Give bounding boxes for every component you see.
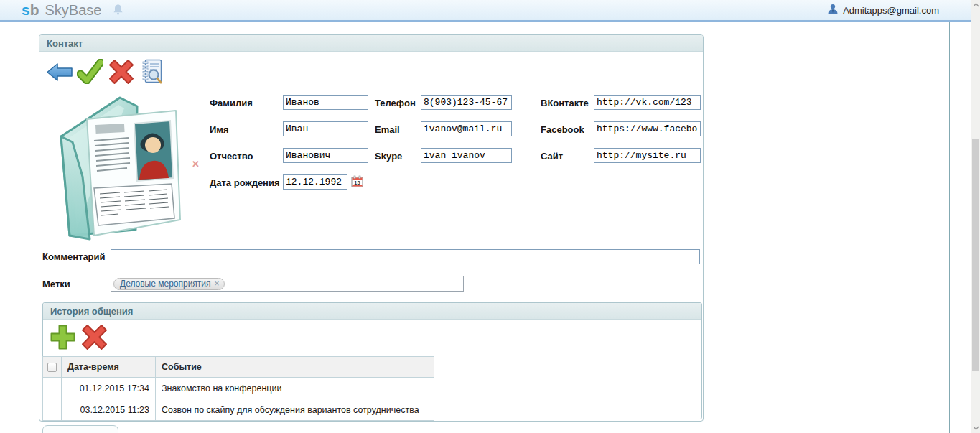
history-panel: История общения Дат <box>42 302 702 419</box>
facebook-label: Facebook <box>541 124 584 135</box>
row-checkbox-cell[interactable] <box>43 378 62 399</box>
site-input[interactable] <box>594 148 701 163</box>
cross-icon <box>108 59 134 85</box>
plus-icon <box>50 324 76 350</box>
user-icon <box>827 4 839 17</box>
patronymic-label: Отчество <box>210 151 253 162</box>
content-frame: Контакт <box>22 22 950 433</box>
back-arrow-icon <box>46 62 73 82</box>
tags-input[interactable]: Деловые мероприятия × <box>111 276 464 292</box>
history-table-header: Дата-время Событие <box>43 357 434 378</box>
skype-label: Skype <box>375 151 402 162</box>
chevron-up-icon <box>973 3 979 7</box>
vk-input[interactable] <box>594 95 701 110</box>
row-event: Созвон по скайпу для обсуждения варианто… <box>156 399 434 421</box>
add-event-button[interactable] <box>50 324 76 353</box>
delete-event-button[interactable] <box>81 324 108 353</box>
bell-icon[interactable] <box>113 4 123 19</box>
facebook-input[interactable] <box>594 121 701 136</box>
history-panel-title: История общения <box>43 303 701 320</box>
comment-input[interactable] <box>111 249 700 264</box>
scroll-down-button[interactable] <box>971 423 980 433</box>
tag-chip-label: Деловые мероприятия <box>120 279 211 289</box>
comment-label: Комментарий <box>42 251 106 262</box>
vk-label: ВКонтакте <box>541 98 589 108</box>
phone-label: Телефон <box>375 98 416 108</box>
firstname-label: Имя <box>210 124 229 135</box>
journal-button[interactable] <box>141 58 163 87</box>
user-email: Admitapps@gmail.com <box>843 5 939 16</box>
select-all-checkbox[interactable] <box>47 363 57 372</box>
back-button[interactable] <box>46 62 73 85</box>
tags-label: Метки <box>42 279 70 289</box>
remove-photo-icon[interactable]: ✕ <box>192 159 200 169</box>
row-datetime: 03.12.2015 11:23 <box>62 399 156 421</box>
scroll-up-button[interactable] <box>971 0 980 10</box>
column-header-event: Событие <box>156 357 434 378</box>
tag-remove-icon[interactable]: × <box>215 279 220 288</box>
patronymic-input[interactable] <box>283 148 368 163</box>
svg-text:15: 15 <box>354 180 360 186</box>
topbar: s b SkyBase Admitapps@gmail.com <box>0 0 971 22</box>
history-table: Дата-время Событие 01.12.2015 17:34 Знак… <box>42 356 434 421</box>
delete-button[interactable] <box>108 59 134 88</box>
row-event: Знакомство на конференции <box>156 378 434 399</box>
tag-chip: Деловые мероприятия × <box>113 278 225 290</box>
email-input[interactable] <box>421 121 512 136</box>
phone-input[interactable] <box>421 95 512 110</box>
row-checkbox-cell[interactable] <box>43 399 62 421</box>
cross-icon <box>81 324 108 350</box>
surname-label: Фамилия <box>210 98 253 108</box>
user-account[interactable]: Admitapps@gmail.com <box>827 0 939 20</box>
email-label: Email <box>375 124 400 135</box>
logo-letter-b: b <box>30 1 39 19</box>
skype-input[interactable] <box>421 148 512 163</box>
bottom-tab[interactable] <box>42 425 118 433</box>
check-icon <box>77 59 103 84</box>
contact-panel: Контакт <box>39 34 704 422</box>
save-button[interactable] <box>77 59 103 87</box>
logo-letter-s: s <box>22 1 30 19</box>
chevron-down-icon <box>973 426 979 430</box>
row-datetime: 01.12.2015 17:34 <box>62 378 156 399</box>
birthdate-label: Дата рождения <box>210 177 280 188</box>
column-header-datetime: Дата-время <box>62 357 156 378</box>
surname-input[interactable] <box>283 95 368 110</box>
page: s b SkyBase Admitapps@gmail.com К <box>0 0 980 433</box>
contact-panel-title: Контакт <box>39 35 703 52</box>
calendar-icon: 15 <box>351 175 363 187</box>
birthdate-input[interactable] <box>283 174 347 190</box>
contact-photo[interactable] <box>48 92 189 241</box>
vertical-scrollbar[interactable] <box>971 0 980 433</box>
skybase-logo[interactable]: s b SkyBase <box>22 1 101 19</box>
table-row[interactable]: 01.12.2015 17:34 Знакомство на конференц… <box>43 378 434 399</box>
site-label: Сайт <box>541 151 563 162</box>
firstname-input[interactable] <box>283 121 368 136</box>
scrollbar-thumb[interactable] <box>972 139 979 371</box>
logo-text: SkyBase <box>45 2 102 19</box>
table-row[interactable]: 03.12.2015 11:23 Созвон по скайпу для об… <box>43 399 434 421</box>
journal-search-icon <box>141 58 163 84</box>
calendar-button[interactable]: 15 <box>351 175 363 190</box>
